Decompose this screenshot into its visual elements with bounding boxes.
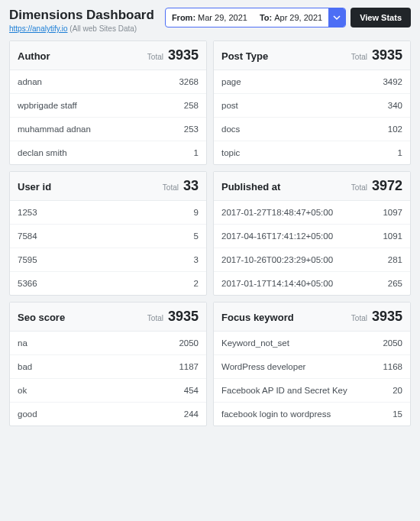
row-value: 1 [398, 148, 402, 157]
page-header: Dimensions Dashboard https://analytify.i… [9, 8, 411, 33]
row-label: WordPress developer [221, 362, 305, 371]
date-from-value: Mar 29, 2021 [198, 13, 247, 22]
row-value: 1187 [179, 362, 199, 371]
card-title: Focus keyword [221, 312, 294, 323]
date-to-value: Apr 29, 2021 [274, 13, 322, 22]
date-range-picker[interactable]: From: Mar 29, 2021 To: Apr 29, 2021 [165, 8, 346, 28]
stat-card: Seo scoreTotal3935na2050bad1187ok454good… [9, 302, 207, 426]
row-value: 340 [388, 101, 402, 110]
card-total-value: 3935 [372, 309, 402, 325]
card-total-value: 3935 [372, 47, 402, 63]
card-header: AuthorTotal3935 [10, 41, 206, 70]
table-row: 12539 [10, 201, 206, 225]
card-total-label: Total [147, 53, 163, 61]
table-row: wpbrigade staff258 [10, 94, 206, 118]
table-row: bad1187 [10, 355, 206, 379]
view-stats-button[interactable]: View Stats [351, 8, 411, 28]
row-value: 5 [194, 231, 199, 241]
card-total-wrap: Total3935 [351, 309, 402, 325]
row-value: 20 [393, 386, 402, 395]
stat-card: User idTotal3312539758457595353662 [9, 171, 207, 296]
row-label: 2017-01-17T14:14:40+05:00 [221, 279, 333, 288]
table-row: post340 [214, 94, 410, 118]
table-row: na2050 [10, 332, 206, 355]
row-value: 2050 [383, 338, 402, 348]
table-row: Facebook AP ID and Secret Key20 [214, 379, 410, 403]
card-total-label: Total [163, 183, 179, 192]
table-row: good244 [10, 403, 206, 426]
row-label: docs [221, 125, 240, 134]
table-row: 2017-01-17T14:14:40+05:00265 [214, 272, 410, 295]
card-total-wrap: Total3935 [351, 47, 402, 63]
stat-card: Post TypeTotal3935page3492post340docs102… [213, 40, 411, 165]
table-row: 2017-10-26T00:23:29+05:00281 [214, 248, 410, 272]
card-total-label: Total [351, 314, 367, 322]
card-total-wrap: Total33 [163, 178, 199, 194]
table-row: ok454 [10, 379, 206, 403]
card-header: Seo scoreTotal3935 [10, 303, 206, 332]
row-value: 15 [393, 409, 402, 419]
card-total-label: Total [147, 314, 163, 322]
row-value: 3 [194, 255, 199, 264]
date-range-dropdown-icon[interactable] [328, 8, 345, 27]
row-value: 1097 [383, 208, 402, 217]
date-from-label: From: [172, 13, 195, 22]
table-row: WordPress developer1168 [214, 355, 410, 379]
table-row: declan smith1 [10, 141, 206, 164]
row-value: 1091 [383, 231, 402, 241]
row-value: 3492 [383, 77, 402, 86]
table-row: 2017-01-27T18:48:47+05:001097 [214, 201, 410, 225]
table-row: topic1 [214, 141, 410, 164]
card-total-label: Total [351, 183, 367, 192]
row-value: 454 [184, 386, 199, 395]
table-row: page3492 [214, 70, 410, 94]
row-label: ok [18, 386, 27, 395]
card-title: User id [18, 181, 51, 193]
card-header: Published atTotal3972 [214, 172, 410, 201]
table-row: 75953 [10, 248, 206, 272]
table-row: muhammad adnan253 [10, 118, 206, 141]
card-header: User idTotal33 [10, 172, 206, 201]
row-label: facebook login to wordpress [221, 409, 331, 419]
row-label: topic [221, 148, 240, 157]
row-label: 2017-01-27T18:48:47+05:00 [221, 208, 333, 217]
card-total-wrap: Total3935 [147, 47, 199, 63]
row-value: 9 [194, 208, 199, 217]
card-total-label: Total [351, 53, 367, 61]
card-total-wrap: Total3935 [147, 309, 199, 325]
table-row: 53662 [10, 272, 206, 295]
row-label: adnan [18, 77, 42, 86]
row-value: 102 [388, 125, 402, 134]
row-label: 1253 [18, 208, 37, 217]
card-total-wrap: Total3972 [351, 178, 402, 194]
row-value: 258 [184, 101, 199, 110]
page-subtitle: https://analytify.io (All web Sites Data… [9, 24, 154, 33]
row-label: 2017-10-26T00:23:29+05:00 [221, 255, 333, 264]
card-header: Post TypeTotal3935 [214, 41, 410, 70]
row-value: 1 [194, 148, 199, 157]
row-label: wpbrigade staff [18, 101, 77, 110]
row-label: post [221, 101, 238, 110]
stat-card: AuthorTotal3935adnan3268wpbrigade staff2… [9, 40, 207, 165]
card-total-value: 3972 [372, 178, 402, 194]
row-value: 253 [184, 125, 199, 134]
row-label: Facebook AP ID and Secret Key [221, 386, 347, 395]
cards-grid: AuthorTotal3935adnan3268wpbrigade staff2… [9, 40, 411, 426]
row-label: page [221, 77, 241, 86]
row-value: 281 [388, 255, 402, 264]
card-total-value: 3935 [168, 47, 199, 63]
row-value: 2050 [179, 338, 199, 348]
page-title: Dimensions Dashboard [9, 8, 154, 23]
row-label: 7584 [18, 231, 37, 241]
card-title: Author [18, 50, 50, 62]
stat-card: Published atTotal39722017-01-27T18:48:47… [213, 171, 411, 296]
row-label: Keyword_not_set [221, 338, 289, 348]
table-row: 2017-04-16T17:41:12+05:001091 [214, 225, 410, 248]
site-link[interactable]: https://analytify.io [9, 24, 68, 33]
row-value: 1168 [383, 362, 402, 371]
row-label: na [18, 338, 27, 348]
row-label: good [18, 409, 37, 419]
table-row: docs102 [214, 118, 410, 141]
row-label: 2017-04-16T17:41:12+05:00 [221, 231, 333, 241]
table-row: facebook login to wordpress15 [214, 403, 410, 426]
